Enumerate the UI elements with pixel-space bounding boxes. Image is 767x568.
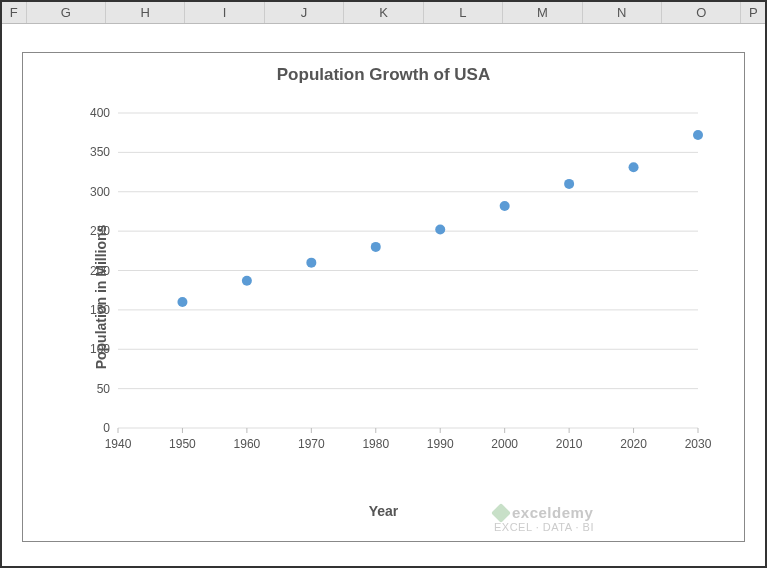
data-point[interactable] <box>693 130 703 140</box>
y-tick-label: 250 <box>90 224 110 238</box>
y-tick-label: 50 <box>97 382 111 396</box>
data-point[interactable] <box>177 297 187 307</box>
x-tick-label: 2030 <box>685 437 712 451</box>
y-tick-label: 150 <box>90 303 110 317</box>
worksheet-area[interactable]: Population Growth of USA Population in M… <box>2 24 765 568</box>
x-tick-label: 1940 <box>105 437 132 451</box>
x-axis-label[interactable]: Year <box>369 503 399 519</box>
x-tick-label: 1990 <box>427 437 454 451</box>
x-tick-label: 2020 <box>620 437 647 451</box>
watermark-logo-icon <box>491 503 511 523</box>
x-tick-label: 2000 <box>491 437 518 451</box>
column-headers-row: FGHIJKLMNOP <box>2 2 765 24</box>
data-point[interactable] <box>564 179 574 189</box>
y-tick-label: 350 <box>90 145 110 159</box>
column-header-L[interactable]: L <box>424 2 503 23</box>
y-tick-label: 300 <box>90 185 110 199</box>
column-header-G[interactable]: G <box>27 2 106 23</box>
data-point[interactable] <box>500 201 510 211</box>
data-point[interactable] <box>371 242 381 252</box>
column-header-K[interactable]: K <box>344 2 423 23</box>
chart-svg: 0501001502002503003504001940195019601970… <box>63 108 713 458</box>
data-point[interactable] <box>629 162 639 172</box>
x-tick-label: 1980 <box>362 437 389 451</box>
column-header-J[interactable]: J <box>265 2 344 23</box>
column-header-F[interactable]: F <box>2 2 27 23</box>
data-point[interactable] <box>435 225 445 235</box>
y-tick-label: 400 <box>90 108 110 120</box>
data-point[interactable] <box>306 258 316 268</box>
watermark: exceldemy EXCEL · DATA · BI <box>494 504 594 533</box>
watermark-tagline: EXCEL · DATA · BI <box>494 521 594 533</box>
column-header-M[interactable]: M <box>503 2 582 23</box>
y-tick-label: 200 <box>90 264 110 278</box>
x-tick-label: 1950 <box>169 437 196 451</box>
y-tick-label: 100 <box>90 342 110 356</box>
watermark-brand: exceldemy <box>512 504 593 521</box>
column-header-N[interactable]: N <box>583 2 662 23</box>
x-tick-label: 1960 <box>234 437 261 451</box>
column-header-P[interactable]: P <box>741 2 765 23</box>
plot-area[interactable]: 0501001502002503003504001940195019601970… <box>63 108 713 458</box>
y-tick-label: 0 <box>103 421 110 435</box>
chart-title[interactable]: Population Growth of USA <box>23 53 744 85</box>
column-header-H[interactable]: H <box>106 2 185 23</box>
column-header-I[interactable]: I <box>185 2 264 23</box>
x-tick-label: 2010 <box>556 437 583 451</box>
column-header-O[interactable]: O <box>662 2 741 23</box>
chart-object[interactable]: Population Growth of USA Population in M… <box>22 52 745 542</box>
data-point[interactable] <box>242 276 252 286</box>
x-tick-label: 1970 <box>298 437 325 451</box>
